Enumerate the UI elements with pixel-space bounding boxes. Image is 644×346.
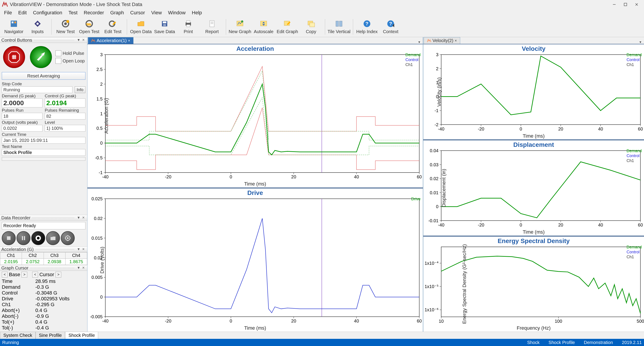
svg-text:1x10⁻⁶: 1x10⁻⁶ xyxy=(425,307,438,312)
toolbar-edit-test[interactable]: Edit Test xyxy=(101,18,124,36)
right-tabbar: Velocity(2)× ▼ xyxy=(423,37,644,44)
toolbar-autoscale[interactable]: Autoscale xyxy=(252,18,275,36)
plot-svg[interactable]: -40-200204060-0.0100.010.020.030.04 xyxy=(423,148,644,229)
tab-velocity[interactable]: Velocity(2)× xyxy=(424,37,460,44)
toolbar-open-data[interactable]: Open Data xyxy=(129,18,152,36)
toolbar-help-index[interactable]: ?Help Index xyxy=(355,18,378,36)
panel-menu-icon[interactable]: ▾ xyxy=(76,38,81,43)
close-icon[interactable]: × xyxy=(128,39,130,43)
plot-svg[interactable]: -40-200204060-2-10123 xyxy=(423,52,644,133)
reset-averaging-button[interactable]: Reset Averaging xyxy=(2,72,86,80)
pulses-run-label: Pulses Run xyxy=(2,108,42,113)
recorder-pause-button[interactable] xyxy=(16,231,30,245)
maximize-button[interactable] xyxy=(620,1,631,8)
cursor-header[interactable]: Graph Cursor ▾× xyxy=(0,265,87,271)
left-column: Control Buttons ▾ × xyxy=(0,37,87,332)
toolbar-edit-graph[interactable]: Edit Graph xyxy=(276,18,299,36)
svg-text:0.04: 0.04 xyxy=(430,148,438,153)
toolbar-navigator[interactable]: Navigator xyxy=(2,18,26,36)
cursor-cur-next[interactable]: > xyxy=(56,272,61,277)
toolbar-context[interactable]: ?Context xyxy=(379,18,402,36)
toolbar-copy[interactable]: Copy xyxy=(300,18,323,36)
chart-drive[interactable]: DriveDrive (Volts)-40-200204060-0.00500.… xyxy=(88,188,423,332)
bottom-tab-shock-profile[interactable]: Shock Profile xyxy=(65,332,98,339)
recorder-status: Recorder Ready xyxy=(2,222,86,229)
open-loop-checkbox[interactable]: Open Loop xyxy=(56,58,85,64)
svg-text:-20: -20 xyxy=(478,126,484,131)
menu-cursor[interactable]: Cursor xyxy=(127,9,148,17)
svg-text:3: 3 xyxy=(100,52,103,57)
control-buttons-header[interactable]: Control Buttons ▾ × xyxy=(0,37,87,43)
bottom-tab-sine-profile[interactable]: Sine Profile xyxy=(36,332,65,339)
svg-point-48 xyxy=(67,237,69,239)
cursor-base-prev[interactable]: < xyxy=(2,272,8,277)
data-recorder-header[interactable]: Data Recorder ▾ × xyxy=(0,215,87,221)
toolbar-inputs[interactable]: Inputs xyxy=(26,18,49,36)
plot-svg[interactable]: -40-200204060-0.00500.0050.010.0150.020.… xyxy=(88,196,423,325)
toolbar-save-data[interactable]: Save Data xyxy=(153,18,176,36)
recorder-settings-button[interactable] xyxy=(61,231,75,245)
tab-dropdown-icon[interactable]: ▼ xyxy=(639,40,644,44)
chart-displacement[interactable]: DisplacementDisplacement (in)-40-2002040… xyxy=(423,139,644,235)
svg-text:0.03: 0.03 xyxy=(430,162,438,167)
svg-rect-6 xyxy=(14,22,16,23)
toolbar-new-graph[interactable]: New Graph xyxy=(228,18,252,36)
accel-header: Ch2 xyxy=(22,252,44,259)
cursor-base-next[interactable]: > xyxy=(22,272,27,277)
panel-menu-icon[interactable]: ▾ xyxy=(76,215,81,220)
menu-graph[interactable]: Graph xyxy=(107,9,127,17)
data-recorder-body: Recorder Ready xyxy=(0,221,87,246)
toolbar-print[interactable]: Print xyxy=(177,18,200,36)
status-bar: Running Shock Shock Profile Demonstratio… xyxy=(0,339,644,346)
recorder-open-button[interactable] xyxy=(46,231,60,245)
plot-svg[interactable]: 101005001x10⁻⁶1x10⁻⁵1x10⁻⁴ xyxy=(423,245,644,325)
menu-recorder[interactable]: Recorder xyxy=(81,9,107,17)
svg-text:0.02: 0.02 xyxy=(94,216,103,221)
accel-value: 1.8675 xyxy=(65,259,87,265)
menu-view[interactable]: View xyxy=(148,9,165,17)
run-button[interactable] xyxy=(28,45,53,69)
toolbar-new-test[interactable]: New Test xyxy=(54,18,77,36)
hold-pulse-checkbox[interactable]: Hold Pulse xyxy=(56,50,85,56)
close-button[interactable] xyxy=(631,1,642,8)
chart-velocity[interactable]: VelocityVelocity (in/s)-40-200204060-2-1… xyxy=(423,44,644,139)
menu-window[interactable]: Window xyxy=(165,9,189,17)
recorder-record-button[interactable] xyxy=(31,231,45,245)
status-demo: Demonstration xyxy=(584,340,613,345)
stop-button[interactable] xyxy=(2,45,26,69)
svg-text:10: 10 xyxy=(439,318,444,323)
tab-acceleration[interactable]: Acceleration(1)× xyxy=(88,37,134,44)
chart-esd[interactable]: Energy Spectral DensityEnergy Spectral D… xyxy=(423,236,644,332)
toolbar-tile-vertical[interactable]: Tile Vertical xyxy=(327,18,350,36)
svg-point-7 xyxy=(36,23,39,25)
menu-configuration[interactable]: Configuration xyxy=(30,9,65,17)
cursor-cur-prev[interactable]: < xyxy=(32,272,38,277)
progress-bar xyxy=(2,157,86,161)
legend: DemandControlCh1 xyxy=(406,52,420,67)
svg-point-10 xyxy=(66,20,69,23)
toolbar-report[interactable]: Report xyxy=(200,18,224,36)
menu-file[interactable]: File xyxy=(1,9,15,17)
accel-value: 2.0938 xyxy=(44,259,65,265)
close-icon[interactable]: × xyxy=(454,39,456,43)
time-label: Current Time xyxy=(2,132,86,137)
x-axis-label: Time (ms) xyxy=(88,325,423,332)
minimize-button[interactable] xyxy=(609,1,620,8)
panel-close-icon[interactable]: × xyxy=(81,215,86,220)
toolbar-open-test[interactable]: Open Test xyxy=(78,18,101,36)
cursor-row: Demand-0.3 G xyxy=(2,284,86,290)
recorder-stop-button[interactable] xyxy=(2,231,16,245)
panel-close-icon[interactable]: × xyxy=(81,38,86,43)
accel-header[interactable]: Acceleration (G) ▾× xyxy=(0,246,87,252)
menu-edit[interactable]: Edit xyxy=(15,9,30,17)
menu-test[interactable]: Test xyxy=(65,9,80,17)
menu-help[interactable]: Help xyxy=(189,9,205,17)
svg-point-9 xyxy=(64,22,67,25)
info-button[interactable]: Info xyxy=(75,86,86,93)
chart-acceleration[interactable]: AccelerationAcceleration (G)-40-20020406… xyxy=(88,44,423,188)
legend: DemandControlCh1 xyxy=(626,148,642,163)
bottom-tab-system-check[interactable]: System Check xyxy=(0,332,36,339)
plot-svg[interactable]: -40-200204060-1-0.500.511.522.53 xyxy=(88,52,423,181)
tab-dropdown-icon[interactable]: ▼ xyxy=(418,40,423,44)
y-axis-label: Energy Spectral Density (G²-sec/Hz) xyxy=(462,244,467,324)
